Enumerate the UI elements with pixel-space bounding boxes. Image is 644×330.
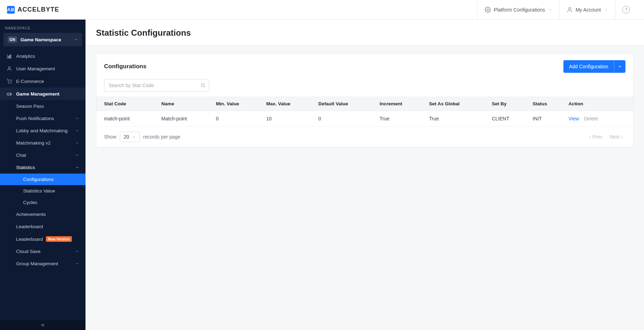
brand[interactable]: AB ACCELBYTE	[7, 6, 59, 14]
sidebar-sub-lobby-matchmaking[interactable]: Lobby and Matchmaking	[0, 125, 85, 137]
sidebar-sub-chat[interactable]: Chat	[0, 149, 85, 161]
page-title: Statistic Configurations	[85, 20, 644, 45]
brand-logo-icon: AB	[7, 6, 15, 14]
platform-configurations-menu[interactable]: Platform Configurations	[477, 0, 559, 19]
svg-point-1	[569, 7, 571, 9]
col-status: Status	[529, 97, 565, 111]
view-link[interactable]: View	[568, 116, 579, 121]
user-icon	[6, 66, 12, 71]
nav-label: Leaderboard	[16, 224, 43, 229]
nav-label: Achievements	[16, 212, 46, 217]
chevron-down-icon	[75, 117, 79, 120]
nav-label: E-Commerce	[16, 79, 44, 84]
delete-link[interactable]: Delete	[584, 116, 598, 121]
cell-status: INIT	[529, 111, 565, 127]
sidebar-sub-matchmaking-v2[interactable]: Matchmaking v2	[0, 137, 85, 149]
nav-label: Statistics	[16, 165, 35, 170]
svg-rect-3	[9, 55, 10, 57]
nav-label: Game Management	[16, 91, 60, 97]
cell-min-value: 0	[212, 111, 263, 127]
records-per-page-label: records per page	[143, 134, 180, 140]
sidebar-item-ecommerce[interactable]: E-Commerce	[0, 75, 85, 87]
table-header-row: Stat Code Name Min. Value Max. Value Def…	[96, 97, 633, 111]
sidebar-sub-season-pass[interactable]: Season Pass	[0, 100, 85, 112]
nav-label: Matchmaking v2	[16, 140, 50, 146]
nav-label: Cloud Save	[16, 249, 41, 254]
cell-action: View Delete	[565, 111, 633, 127]
configurations-table: Stat Code Name Min. Value Max. Value Def…	[96, 97, 633, 127]
search-box	[104, 79, 209, 92]
gear-icon	[485, 7, 491, 13]
col-action: Action	[565, 97, 633, 111]
configurations-card: Configurations Add Configuration	[96, 54, 633, 147]
prev-button[interactable]: ‹Prev	[587, 133, 605, 141]
namespace-badge: GN	[8, 36, 17, 43]
col-set-by: Set By	[488, 97, 529, 111]
cell-max-value: 10	[263, 111, 315, 127]
chevron-down-icon	[75, 129, 79, 133]
namespace-name: Game Namespace	[21, 37, 70, 42]
sidebar: NAMESPACE GN Game Namespace Analytics Us…	[0, 20, 85, 330]
chevron-down-icon	[75, 141, 79, 145]
sidebar-sub-achievements[interactable]: Achievements	[0, 208, 85, 220]
sidebar-subsub-statistics-value[interactable]: Statistics Value	[0, 185, 85, 197]
cell-stat-code: match-point	[96, 111, 158, 127]
main-content: Statistic Configurations Configurations …	[85, 20, 644, 330]
namespace-selector[interactable]: GN Game Namespace	[4, 33, 82, 46]
collapse-icon	[40, 322, 46, 328]
topbar-right: Platform Configurations My Account ?	[477, 0, 637, 19]
cell-default-value: 0	[315, 111, 376, 127]
svg-rect-4	[10, 55, 11, 57]
sidebar-subsub-cycles[interactable]: Cycles	[0, 197, 85, 208]
sidebar-subsub-configurations[interactable]: Configurations	[0, 174, 85, 185]
chevron-down-icon	[75, 262, 79, 266]
svg-rect-2	[8, 56, 9, 57]
sidebar-item-user-management[interactable]: User Management	[0, 62, 85, 75]
sidebar-item-game-management[interactable]: Game Management	[0, 87, 85, 100]
my-account-menu[interactable]: My Account	[559, 0, 615, 19]
nav-label: Analytics	[16, 54, 35, 59]
cell-set-by: CLIENT	[488, 111, 529, 127]
cell-set-as-global: True	[426, 111, 488, 127]
chevron-down-icon	[74, 37, 78, 42]
pager: ‹Prev Next›	[587, 133, 625, 141]
next-button[interactable]: Next›	[607, 133, 625, 141]
page-size-select[interactable]: 20	[120, 132, 140, 142]
sidebar-item-analytics[interactable]: Analytics	[0, 50, 85, 62]
col-default-value: Default Value	[315, 97, 376, 111]
chevron-down-icon	[614, 60, 625, 73]
add-configuration-button[interactable]: Add Configuration	[563, 60, 625, 73]
nav-label: Season Pass	[16, 104, 44, 109]
chevron-down-icon	[75, 250, 79, 253]
sidebar-sub-leaderboard[interactable]: Leaderboard	[0, 220, 85, 233]
svg-point-12	[10, 94, 11, 94]
sidebar-sub-group-management[interactable]: Group Management	[0, 258, 85, 270]
chevron-down-icon	[75, 153, 79, 157]
gamepad-icon	[6, 91, 12, 97]
nav-label: Leaderboard	[16, 237, 43, 242]
svg-point-7	[11, 83, 11, 83]
cell-increment: True	[376, 111, 425, 127]
user-icon	[567, 7, 573, 13]
col-name: Name	[158, 97, 213, 111]
sidebar-collapse-button[interactable]	[0, 320, 85, 330]
svg-point-5	[8, 66, 10, 68]
col-set-as-global: Set As Global	[426, 97, 488, 111]
chevron-down-icon	[548, 8, 552, 12]
search-input[interactable]	[104, 79, 209, 92]
sidebar-sub-cloud-save[interactable]: Cloud Save	[0, 245, 85, 258]
card-title: Configurations	[104, 63, 146, 70]
chevron-down-icon	[132, 135, 136, 139]
platform-configurations-label: Platform Configurations	[494, 7, 545, 13]
sidebar-sub-statistics[interactable]: Statistics	[0, 161, 85, 174]
cart-icon	[6, 78, 12, 84]
my-account-label: My Account	[576, 7, 601, 13]
namespace-heading: NAMESPACE	[0, 20, 85, 33]
cell-name: Match-point	[158, 111, 213, 127]
chevron-up-icon	[75, 166, 79, 169]
help-button[interactable]: ?	[615, 0, 637, 19]
sidebar-sub-push-notifications[interactable]: Push Notifications	[0, 112, 85, 125]
chevron-down-icon	[604, 8, 608, 12]
sidebar-sub-leaderboard-new[interactable]: Leaderboard New Version	[0, 233, 85, 245]
svg-line-14	[204, 86, 205, 87]
